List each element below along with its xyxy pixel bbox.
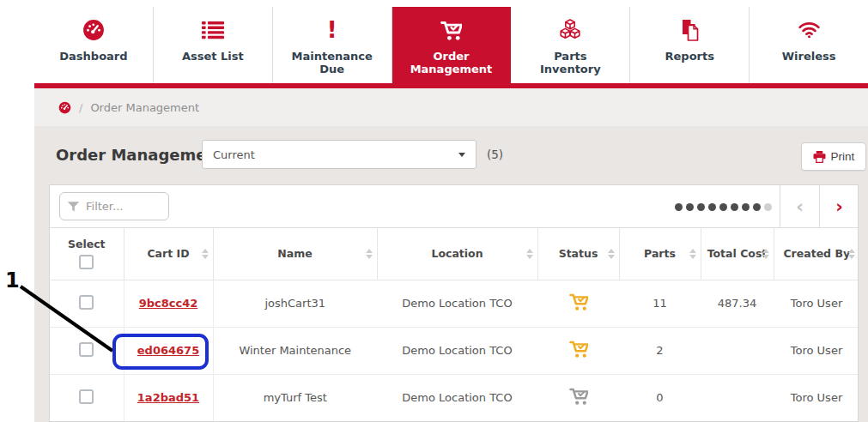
column-header-total-cost[interactable]: Total Cost bbox=[701, 228, 774, 280]
column-header-cart-id[interactable]: Cart ID bbox=[124, 228, 213, 280]
name-cell: joshCart31 bbox=[213, 280, 377, 327]
column-header-name[interactable]: Name bbox=[213, 228, 377, 280]
table-toolbar: ‹ › bbox=[50, 185, 858, 228]
cart-status-icon bbox=[569, 341, 588, 358]
table-header-row: Select Cart ID Name Location Status Part… bbox=[50, 228, 859, 280]
tab-reports[interactable]: Reports bbox=[630, 7, 750, 83]
orders-table: Select Cart ID Name Location Status Part… bbox=[50, 228, 859, 421]
name-cell: myTurf Test bbox=[213, 374, 377, 421]
tab-wireless[interactable]: Wireless bbox=[750, 7, 868, 83]
dashboard-icon bbox=[82, 18, 105, 42]
cart-id-cell: 1a2bad51 bbox=[124, 374, 213, 421]
parts-cell: 0 bbox=[619, 374, 701, 421]
table-row: ed064675 Winter Maintenance Demo Locatio… bbox=[50, 327, 859, 374]
sort-icon bbox=[848, 249, 855, 259]
tab-label: Dashboard bbox=[59, 50, 127, 63]
result-count: (5) bbox=[487, 140, 503, 169]
filter-field-wrap bbox=[59, 192, 169, 220]
column-header-select: Select bbox=[50, 228, 124, 280]
tab-label: Parts Inventory bbox=[523, 50, 617, 75]
breadcrumb-separator: / bbox=[79, 101, 82, 114]
row-checkbox[interactable] bbox=[79, 295, 94, 310]
order-view-select[interactable]: Current bbox=[202, 140, 476, 169]
annotation-label: 1 bbox=[5, 270, 20, 291]
print-button[interactable]: Print bbox=[801, 142, 866, 171]
tab-label: Wireless bbox=[782, 50, 836, 63]
location-cell: Demo Location TCO bbox=[377, 374, 537, 421]
table-row: 1a2bad51 myTurf Test Demo Location TCO 0… bbox=[50, 374, 859, 421]
cart-id-cell: 9bc8cc42 bbox=[124, 280, 213, 327]
parts-cell: 11 bbox=[619, 280, 701, 327]
sort-icon bbox=[526, 249, 533, 259]
column-header-parts[interactable]: Parts bbox=[619, 228, 701, 280]
select-all-checkbox[interactable] bbox=[79, 255, 94, 269]
print-button-label: Print bbox=[831, 150, 855, 163]
app-window: Dashboard Asset List ! Maintenance Due O… bbox=[34, 7, 868, 422]
tab-order-management[interactable]: Order Management bbox=[392, 7, 512, 83]
pagination-dot bbox=[675, 203, 683, 211]
tab-maintenance-due[interactable]: ! Maintenance Due bbox=[273, 7, 392, 83]
breadcrumb-home-icon[interactable] bbox=[58, 101, 71, 114]
created-by-cell: Toro User bbox=[774, 374, 859, 421]
order-management-icon bbox=[440, 18, 462, 42]
breadcrumb-current: Order Management bbox=[90, 101, 199, 114]
wireless-icon bbox=[798, 18, 821, 42]
tab-label: Reports bbox=[665, 50, 714, 63]
sort-icon bbox=[689, 249, 696, 259]
column-header-status[interactable]: Status bbox=[537, 228, 619, 280]
row-select-cell bbox=[50, 327, 124, 374]
select-caret-icon bbox=[458, 153, 465, 157]
breadcrumb: / Order Management bbox=[34, 88, 868, 126]
pagination-dot bbox=[764, 203, 772, 211]
tab-parts-inventory[interactable]: Parts Inventory bbox=[511, 7, 630, 83]
sort-icon bbox=[608, 249, 615, 259]
total-cost-cell bbox=[701, 327, 774, 374]
pagination-next-button[interactable]: › bbox=[819, 185, 859, 228]
tab-label: Asset List bbox=[182, 50, 244, 63]
total-cost-cell: 487.34 bbox=[701, 280, 774, 327]
parts-inventory-icon bbox=[558, 18, 582, 42]
created-by-cell: Toro User bbox=[774, 280, 859, 327]
order-view-select-value: Current bbox=[213, 148, 255, 161]
cart-id-link[interactable]: 9bc8cc42 bbox=[139, 297, 198, 310]
pagination-dot bbox=[708, 203, 716, 211]
pagination-dot bbox=[719, 203, 727, 211]
top-navigation: Dashboard Asset List ! Maintenance Due O… bbox=[34, 7, 868, 83]
cart-id-link-highlighted[interactable]: ed064675 bbox=[137, 344, 199, 357]
tab-label: Order Management bbox=[404, 50, 499, 75]
name-cell: Winter Maintenance bbox=[213, 327, 377, 374]
sort-icon bbox=[366, 249, 373, 259]
tab-asset-list[interactable]: Asset List bbox=[154, 7, 273, 83]
column-header-label: Select bbox=[68, 238, 106, 250]
reports-icon bbox=[680, 18, 699, 42]
pagination-prev-button[interactable]: ‹ bbox=[780, 185, 819, 228]
status-cell bbox=[537, 280, 619, 327]
pagination-dot bbox=[753, 203, 761, 211]
row-select-cell bbox=[50, 280, 124, 327]
page-title: Order Management bbox=[56, 140, 225, 169]
cart-status-icon bbox=[569, 293, 588, 310]
orders-table-card: ‹ › Select Cart ID Name bbox=[49, 184, 859, 422]
cart-id-cell: ed064675 bbox=[124, 327, 213, 374]
sort-icon bbox=[762, 249, 769, 259]
cart-status-icon bbox=[569, 388, 588, 405]
pagination-dot bbox=[686, 203, 694, 211]
table-row: 9bc8cc42 joshCart31 Demo Location TCO 11… bbox=[50, 280, 859, 327]
row-checkbox[interactable] bbox=[79, 389, 94, 404]
column-header-created-by[interactable]: Created By bbox=[774, 228, 859, 280]
row-checkbox[interactable] bbox=[79, 342, 94, 357]
maintenance-due-icon: ! bbox=[326, 18, 337, 42]
print-icon bbox=[813, 151, 826, 163]
location-cell: Demo Location TCO bbox=[377, 280, 537, 327]
status-cell bbox=[537, 327, 619, 374]
parts-cell: 2 bbox=[619, 327, 701, 374]
cart-id-link[interactable]: 1a2bad51 bbox=[137, 391, 199, 404]
created-by-cell: Toro User bbox=[774, 327, 859, 374]
filter-icon bbox=[67, 200, 80, 216]
tab-label: Maintenance Due bbox=[285, 50, 379, 75]
total-cost-cell bbox=[701, 374, 774, 421]
asset-list-icon bbox=[202, 18, 224, 42]
sort-icon bbox=[202, 249, 209, 259]
tab-dashboard[interactable]: Dashboard bbox=[34, 7, 154, 83]
column-header-location[interactable]: Location bbox=[377, 228, 537, 280]
